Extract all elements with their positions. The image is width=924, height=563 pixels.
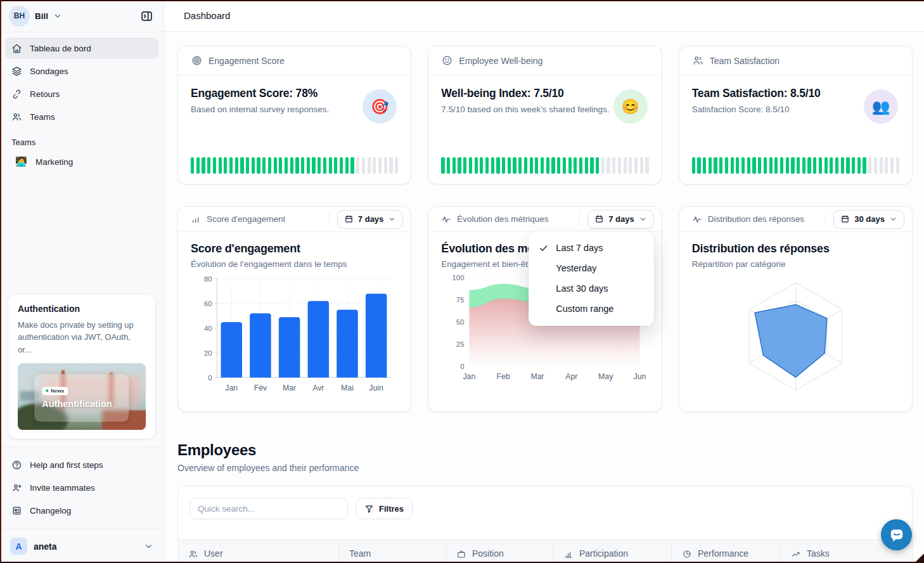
progress-segment: [741, 157, 745, 174]
progress-segment: [502, 157, 505, 174]
busts-emoji-icon: 👥: [864, 89, 898, 124]
sidebar-item-changelog[interactable]: Changelog: [5, 500, 158, 521]
progress-segment: [585, 157, 588, 174]
card-body: Engagement Score: 78% Based on internal …: [178, 75, 411, 184]
svg-text:Jan: Jan: [463, 372, 476, 381]
smile-icon: [441, 55, 453, 67]
svg-text:May: May: [598, 372, 613, 381]
svg-text:25: 25: [456, 340, 465, 348]
account-switcher[interactable]: A aneta: [0, 529, 164, 563]
column-header-team[interactable]: Team: [338, 540, 446, 563]
bar-chart-icon: [563, 549, 574, 559]
progress-segment: [491, 157, 494, 174]
progress-segment: [624, 157, 627, 174]
sidebar-item-dashboard[interactable]: Tableau de bord: [5, 37, 158, 59]
sidebar-collapse-button[interactable]: [139, 8, 155, 24]
table-header-row: User Team Position Participation: [178, 540, 912, 563]
column-header-position[interactable]: Position: [446, 540, 553, 563]
workspace-switcher[interactable]: BH Bill: [9, 6, 62, 27]
svg-text:Mar: Mar: [283, 384, 296, 392]
progress-segment: [240, 157, 243, 174]
progress-segment: [268, 157, 271, 174]
promo-card[interactable]: Authentication Make docs private by sett…: [8, 294, 156, 440]
workspace-avatar[interactable]: BH: [9, 6, 30, 27]
users-icon: [11, 112, 22, 122]
dashboard-content: Engagement Score Engagement Score: 78% B…: [164, 32, 924, 563]
panel-collapse-icon: [140, 10, 153, 23]
briefcase-icon: [456, 549, 466, 559]
progress-segment: [697, 157, 700, 174]
progress-segment: [830, 157, 833, 174]
help-circle-icon: [11, 460, 22, 470]
progress-segment: [786, 157, 789, 174]
promo-title: Authentication: [18, 304, 146, 314]
progress-segment: [219, 157, 222, 174]
workspace-name: Bill: [35, 11, 48, 21]
progress-segment: [645, 157, 648, 174]
date-range-button[interactable]: 7 days: [587, 210, 653, 229]
screen-edge-left: [0, 0, 1, 563]
progress-segment: [725, 157, 728, 174]
column-header-performance[interactable]: Performance: [671, 540, 780, 563]
svg-text:60: 60: [204, 300, 212, 307]
quick-search-input[interactable]: [189, 498, 348, 519]
progress-segment: [868, 157, 871, 174]
team-satisfaction-card: Team Satisfaction Team Satisfaction: 8.5…: [679, 46, 913, 184]
menu-item-custom-range[interactable]: Custom range: [529, 299, 654, 319]
card-header: Évolution des métriques 7 days: [428, 207, 661, 232]
progress-segment: [852, 157, 855, 174]
date-range-button[interactable]: 30 days: [833, 210, 904, 229]
progress-segment: [252, 157, 255, 174]
progress-segment: [246, 157, 249, 174]
bar-chart-icon: [191, 214, 201, 224]
progress-segment: [350, 157, 354, 174]
progress-segment: [703, 157, 706, 174]
column-header-user[interactable]: User: [178, 540, 338, 563]
progress-segment: [447, 157, 450, 174]
intercom-chat-button[interactable]: [881, 519, 912, 550]
menu-item-yesterday[interactable]: Yesterday: [529, 258, 654, 278]
chevron-down-icon: [889, 215, 897, 223]
card-body: Team Satisfaction: 8.5/10 Satisfaction S…: [679, 75, 912, 184]
unlink-icon: [11, 89, 22, 100]
filters-button[interactable]: Filtres: [356, 498, 413, 519]
layers-icon: [11, 66, 22, 77]
progress-segment: [709, 157, 712, 174]
progress-segment: [719, 157, 722, 174]
promo-description: Make docs private by setting up authenti…: [18, 319, 146, 356]
employees-table-card: Filtres User Team Position: [177, 486, 913, 563]
date-range-button[interactable]: 7 days: [337, 210, 403, 229]
charts-row: Score d'engagement 7 days Score: [177, 206, 913, 412]
progress-segment: [596, 157, 599, 174]
progress-segment: [857, 157, 861, 174]
progress-segment: [318, 157, 321, 174]
progress-segment: [524, 157, 527, 174]
sidebar-item-teams[interactable]: Teams: [5, 106, 158, 127]
sidebar-item-feedback[interactable]: Retours: [5, 83, 158, 105]
progress-segment: [356, 157, 359, 174]
account-name: aneta: [34, 541, 138, 552]
users-icon: [692, 55, 704, 67]
svg-text:Mai: Mai: [341, 384, 354, 392]
progress-segment: [373, 157, 376, 174]
progress-segment: [551, 157, 555, 174]
sidebar-item-marketing[interactable]: 🧑‍💻 Marketing: [5, 151, 158, 172]
progress-segment: [541, 157, 544, 174]
menu-item-last-30-days[interactable]: Last 30 days: [529, 278, 654, 299]
smiling-emoji-icon: 😊: [613, 89, 648, 124]
divider: [579, 213, 580, 226]
section-subtitle: Overview of employees and their performa…: [177, 463, 913, 473]
date-range-label: 7 days: [608, 214, 634, 224]
menu-item-last-7-days[interactable]: Last 7 days: [529, 238, 654, 258]
main-area: Dashboard Engagement Score Engagement Sc…: [164, 0, 924, 563]
progress-segment: [819, 157, 822, 174]
chart-title: Distribution des réponses: [692, 242, 899, 256]
svg-text:Jan: Jan: [225, 384, 238, 392]
sidebar-item-surveys[interactable]: Sondages: [5, 60, 158, 82]
progress-segment: [235, 157, 238, 174]
progress-segment: [368, 157, 371, 174]
column-header-participation[interactable]: Participation: [553, 540, 671, 563]
sidebar-item-help[interactable]: Help and first steps: [5, 454, 158, 476]
sidebar-item-invite[interactable]: Invite teammates: [5, 477, 158, 498]
progress-segment: [568, 157, 572, 174]
